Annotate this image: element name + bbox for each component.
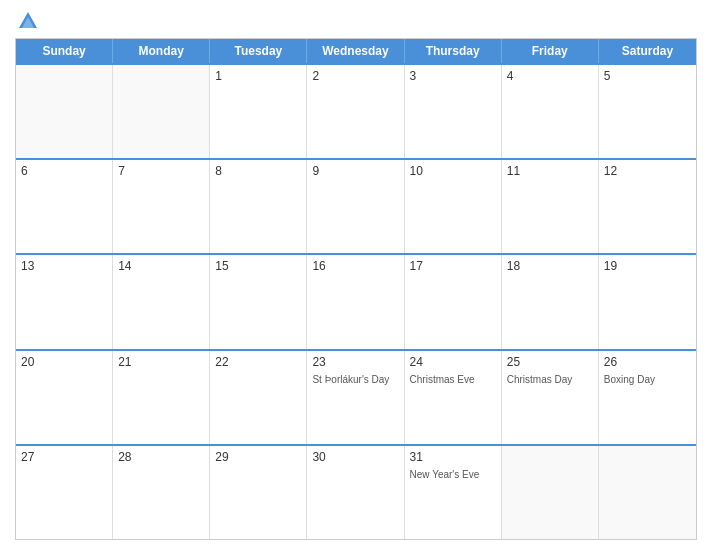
cal-cell-w2d5: 10 xyxy=(405,160,502,253)
day-number: 13 xyxy=(21,259,107,273)
day-number: 5 xyxy=(604,69,691,83)
cal-cell-w3d1: 13 xyxy=(16,255,113,348)
day-number: 10 xyxy=(410,164,496,178)
cal-cell-w3d2: 14 xyxy=(113,255,210,348)
cal-cell-w1d1 xyxy=(16,65,113,158)
day-number: 21 xyxy=(118,355,204,369)
cal-cell-w4d5: 24Christmas Eve xyxy=(405,351,502,444)
cal-cell-w2d1: 6 xyxy=(16,160,113,253)
day-number: 27 xyxy=(21,450,107,464)
cal-cell-w2d6: 11 xyxy=(502,160,599,253)
cal-cell-w5d7 xyxy=(599,446,696,539)
logo-icon xyxy=(17,10,39,32)
week-row-3: 13141516171819 xyxy=(16,253,696,348)
day-number: 31 xyxy=(410,450,496,464)
day-number: 28 xyxy=(118,450,204,464)
day-number: 26 xyxy=(604,355,691,369)
holiday-label: New Year's Eve xyxy=(410,468,496,481)
day-number: 16 xyxy=(312,259,398,273)
header-day-saturday: Saturday xyxy=(599,39,696,63)
cal-cell-w5d1: 27 xyxy=(16,446,113,539)
cal-cell-w4d3: 22 xyxy=(210,351,307,444)
cal-cell-w2d7: 12 xyxy=(599,160,696,253)
day-number: 29 xyxy=(215,450,301,464)
cal-cell-w1d3: 1 xyxy=(210,65,307,158)
holiday-label: Boxing Day xyxy=(604,373,691,386)
calendar-page: SundayMondayTuesdayWednesdayThursdayFrid… xyxy=(0,0,712,550)
week-row-2: 6789101112 xyxy=(16,158,696,253)
day-number: 23 xyxy=(312,355,398,369)
header-day-tuesday: Tuesday xyxy=(210,39,307,63)
cal-cell-w5d6 xyxy=(502,446,599,539)
cal-cell-w4d6: 25Christmas Day xyxy=(502,351,599,444)
cal-cell-w4d2: 21 xyxy=(113,351,210,444)
day-number: 18 xyxy=(507,259,593,273)
cal-cell-w5d2: 28 xyxy=(113,446,210,539)
header-day-friday: Friday xyxy=(502,39,599,63)
day-number: 4 xyxy=(507,69,593,83)
cal-cell-w2d2: 7 xyxy=(113,160,210,253)
day-number: 14 xyxy=(118,259,204,273)
cal-cell-w3d4: 16 xyxy=(307,255,404,348)
cal-cell-w4d1: 20 xyxy=(16,351,113,444)
holiday-label: Christmas Day xyxy=(507,373,593,386)
day-number: 9 xyxy=(312,164,398,178)
cal-cell-w4d7: 26Boxing Day xyxy=(599,351,696,444)
day-number: 19 xyxy=(604,259,691,273)
day-number: 20 xyxy=(21,355,107,369)
cal-cell-w2d4: 9 xyxy=(307,160,404,253)
day-number: 11 xyxy=(507,164,593,178)
header-day-thursday: Thursday xyxy=(405,39,502,63)
day-number: 2 xyxy=(312,69,398,83)
cal-cell-w3d3: 15 xyxy=(210,255,307,348)
cal-cell-w1d7: 5 xyxy=(599,65,696,158)
logo xyxy=(15,10,39,32)
day-number: 15 xyxy=(215,259,301,273)
header-day-sunday: Sunday xyxy=(16,39,113,63)
header-day-monday: Monday xyxy=(113,39,210,63)
day-number: 7 xyxy=(118,164,204,178)
week-row-1: 12345 xyxy=(16,63,696,158)
header-day-wednesday: Wednesday xyxy=(307,39,404,63)
cal-cell-w4d4: 23St Þorlákur's Day xyxy=(307,351,404,444)
day-number: 30 xyxy=(312,450,398,464)
day-number: 25 xyxy=(507,355,593,369)
calendar-grid: SundayMondayTuesdayWednesdayThursdayFrid… xyxy=(15,38,697,540)
day-number: 6 xyxy=(21,164,107,178)
day-number: 12 xyxy=(604,164,691,178)
holiday-label: Christmas Eve xyxy=(410,373,496,386)
week-row-4: 20212223St Þorlákur's Day24Christmas Eve… xyxy=(16,349,696,444)
week-row-5: 2728293031New Year's Eve xyxy=(16,444,696,539)
cal-cell-w5d4: 30 xyxy=(307,446,404,539)
cal-cell-w3d7: 19 xyxy=(599,255,696,348)
holiday-label: St Þorlákur's Day xyxy=(312,373,398,386)
cal-cell-w2d3: 8 xyxy=(210,160,307,253)
calendar-header-row: SundayMondayTuesdayWednesdayThursdayFrid… xyxy=(16,39,696,63)
header xyxy=(15,10,697,32)
day-number: 1 xyxy=(215,69,301,83)
cal-cell-w1d2 xyxy=(113,65,210,158)
day-number: 8 xyxy=(215,164,301,178)
day-number: 3 xyxy=(410,69,496,83)
cal-cell-w5d3: 29 xyxy=(210,446,307,539)
cal-cell-w3d6: 18 xyxy=(502,255,599,348)
cal-cell-w1d4: 2 xyxy=(307,65,404,158)
day-number: 24 xyxy=(410,355,496,369)
calendar-body: 1234567891011121314151617181920212223St … xyxy=(16,63,696,539)
cal-cell-w5d5: 31New Year's Eve xyxy=(405,446,502,539)
day-number: 17 xyxy=(410,259,496,273)
day-number: 22 xyxy=(215,355,301,369)
cal-cell-w1d6: 4 xyxy=(502,65,599,158)
cal-cell-w1d5: 3 xyxy=(405,65,502,158)
cal-cell-w3d5: 17 xyxy=(405,255,502,348)
